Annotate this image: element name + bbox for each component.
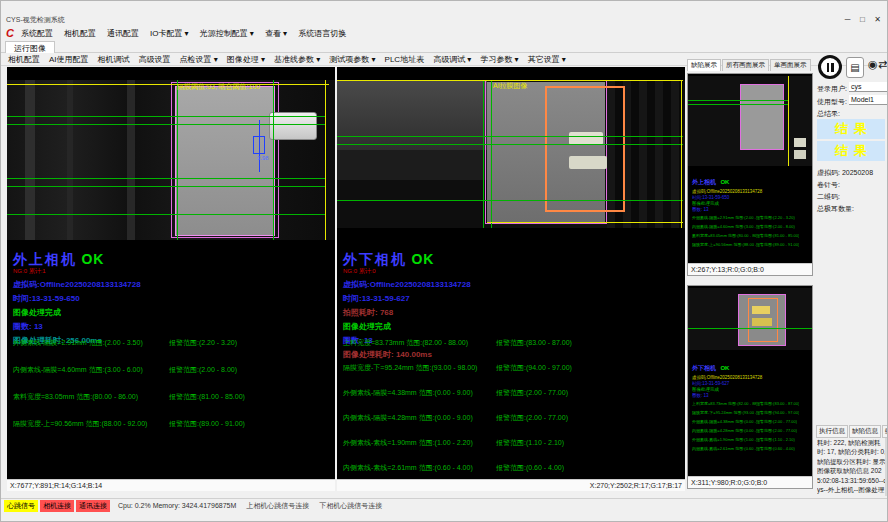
toolbar-button[interactable]: 学习参数 ▾ xyxy=(480,54,518,65)
alarm-range: 报警范围:(2.20 - 3.20) xyxy=(756,215,795,220)
alarm-range: 报警范围:(81.00 - 85.00) xyxy=(169,392,245,402)
minimize-icon[interactable]: ─ xyxy=(840,14,855,25)
toolbar-button[interactable]: 点检设置 ▾ xyxy=(180,54,218,65)
model-field[interactable]: Model1 xyxy=(849,95,887,105)
window-controls: ─ □ ✕ xyxy=(840,14,885,25)
measurement-row: 上料宽度=83.73mm 范围:(82.00 - 88.00) 报警范围:(83… xyxy=(343,338,683,348)
cpu-memory-text: Cpu: 0.2% Memory: 3424.41796875M xyxy=(118,502,236,509)
thumb-measurements: 外侧素线-隔膜=2.91mm 范围:(2.00 - 3.50) 报警范围:(2.… xyxy=(692,215,810,247)
toolbar-button[interactable]: 测试项参数 ▾ xyxy=(329,54,375,65)
measurement-value: 外侧素线-隔膜=2.91mm 范围:(2.00 - 3.50) xyxy=(692,215,756,220)
measurement-value: 素料宽度=83.05mm 范围:(80.00 - 86.00) xyxy=(692,233,756,238)
toolbar-button[interactable]: 相机配置 xyxy=(8,54,40,65)
machine-band xyxy=(127,80,135,240)
switch-icon[interactable]: ⇄ xyxy=(878,58,887,71)
toolbar-button[interactable]: 相机调试 xyxy=(98,54,130,65)
measurement-value: 内侧素线-隔膜=4.28mm 范围:(0.00 - 9.00) xyxy=(692,428,756,433)
toolbar-button[interactable]: 其它设置 ▾ xyxy=(528,54,566,65)
toolbar-button[interactable]: PLC地址表 xyxy=(385,54,425,65)
result-overlay-upper: 外上相机 OK NG:0 累计:1 虚拟码:Offline20250208133… xyxy=(13,250,333,346)
marker-value: 3.98 xyxy=(257,155,269,161)
record-icon[interactable]: ◉ xyxy=(868,58,878,71)
menu-item[interactable]: 系统语言切换 xyxy=(298,28,346,39)
machine-block xyxy=(337,80,487,150)
log-tab-exec[interactable]: 执行信息 xyxy=(816,425,848,438)
menu-item[interactable]: IO卡配置 ▾ xyxy=(150,28,189,39)
log-text: 耗时: 222, 缺陷检测耗时: 17, 缺陷分类耗时: 0, 缺陷提取分区耗时… xyxy=(817,438,887,496)
camera-name: 外上相机 xyxy=(692,179,716,185)
measurement-row: 外侧素线-隔膜=4.38mm 范围:(0.00 - 9.00) 报警范围:(2.… xyxy=(692,419,810,424)
alarm-range: 报警范围:(2.00 - 77.00) xyxy=(756,428,797,433)
measurement-row: 上料宽度=83.73mm 范围:(82.00 - 88.00) 报警范围:(83… xyxy=(692,401,810,406)
user-label: 登录用户: xyxy=(817,84,847,94)
maximize-icon[interactable]: □ xyxy=(855,14,870,25)
user-field[interactable]: cys xyxy=(849,82,887,92)
thumbnail-overlay-upper: 外上相机 OK 虚拟码:Offline20250208133134728 时间:… xyxy=(692,170,810,251)
film-region xyxy=(740,84,784,150)
barcode-line: 虚拟码:Offline20250208133134728 xyxy=(13,279,333,290)
menu-item[interactable]: 光源控制配置 ▾ xyxy=(200,28,254,39)
process-status: 图像处理完成 xyxy=(13,307,333,318)
machine-band xyxy=(67,80,73,240)
close-icon[interactable]: ✕ xyxy=(870,14,885,25)
thumbnail-image-lower[interactable] xyxy=(688,288,812,350)
result-text: 结果 xyxy=(829,142,873,160)
toolbar-button[interactable]: 图像处理 ▾ xyxy=(227,54,265,65)
time-line: 时间:13-31-59-650 xyxy=(13,293,333,304)
thumbnail-panel-upper[interactable]: 外上相机 OK 虚拟码:Offline20250208133134728 时间:… xyxy=(687,73,813,276)
camera-panel-lower[interactable]: AI拉膜图像 外下相机 OK NG:0 累计:0 虚拟码:Offline2025… xyxy=(337,67,685,491)
log-tab-defect[interactable]: 缺陷信息 xyxy=(849,425,881,438)
capture-button[interactable]: ▤ xyxy=(846,57,864,78)
measurement-list-upper: 外侧素线-隔膜=2.91mm 范围:(2.00 - 3.50) 报警范围:(2.… xyxy=(13,338,333,446)
photo-time: 拍照耗时: 768 xyxy=(343,307,683,318)
measurement-value: 内侧素线-素线=2.61mm 范围:(0.60 - 4.00) xyxy=(343,463,496,473)
camera-image-lower[interactable]: AI拉膜图像 xyxy=(337,80,685,228)
pixel-coord-bar-lower: X:270;Y:2502;R:17;G:17;B:17 xyxy=(337,479,685,491)
thumbnail-panel-lower[interactable]: 外下相机 OK 虚拟码:Offline20250208133134728 时间:… xyxy=(687,285,813,489)
measurement-value: 外侧素线-隔膜=2.91mm 范围:(2.00 - 3.50) xyxy=(13,338,169,348)
view-tab-bar: 运行图像 xyxy=(1,40,887,53)
camera-panel-upper[interactable]: 3.98 隔膜阈值:93, 啮合阈值:100 外上相机 OK NG:0 累计:1… xyxy=(7,67,335,491)
camera-link-badge: 相机连接 xyxy=(40,500,74,512)
result-box-upper: 结果 xyxy=(817,119,885,139)
menu-item[interactable]: 查看 ▾ xyxy=(265,28,287,39)
measurement-row: 隔膜宽度-下=95.24mm 范围:(93.00 - 98.00) 报警范围:(… xyxy=(692,410,810,415)
measurement-value: 隔膜宽度-下=95.24mm 范围:(93.00 - 98.00) xyxy=(343,363,496,373)
barcode-value: 20250208 xyxy=(842,169,873,176)
tab-run-image[interactable]: 运行图像 xyxy=(5,41,55,53)
thumb-tab-single-view[interactable]: 单画面展示 xyxy=(770,59,811,71)
log-tab-stats[interactable]: 统计信息 xyxy=(882,425,888,438)
thumb-tab-all-views[interactable]: 所有画面展示 xyxy=(722,59,769,71)
model-label: 使用型号: xyxy=(817,97,847,107)
toolbar-button[interactable]: 高级调试 ▾ xyxy=(433,54,471,65)
tab-highlight xyxy=(752,306,770,314)
thumb-tab-defect[interactable]: 缺陷展示 xyxy=(687,59,721,71)
menu-item[interactable]: 通讯配置 xyxy=(107,28,139,39)
measurement-row: 外侧素线-隔膜=2.91mm 范围:(2.00 - 3.50) 报警范围:(2.… xyxy=(13,338,333,348)
result-box-lower: 结果 xyxy=(817,141,885,161)
thumbnail-image-upper[interactable] xyxy=(688,76,812,166)
turn-count: 圈数: 13 xyxy=(13,321,333,332)
title-bar: CYS-视觉检测系统 ─ □ ✕ xyxy=(1,14,887,26)
measurement-value: 外侧素线-素线=1.90mm 范围:(1.00 - 2.20) xyxy=(343,438,496,448)
measurement-value: 内侧素线-隔膜=4.60mm 范围:(3.00 - 6.00) xyxy=(692,224,756,229)
menu-item[interactable]: 系统配置 xyxy=(21,28,53,39)
measurement-value: 隔膜宽度-上=90.56mm 范围:(88.00 - 92.00) xyxy=(13,419,169,429)
ng-counter: NG:0 累计:0 xyxy=(343,267,683,276)
camera-name: 外下相机 xyxy=(343,251,407,267)
pause-button[interactable] xyxy=(818,55,842,79)
ng-counter: NG:0 累计:1 xyxy=(13,267,333,276)
toolbar-button[interactable]: AI使用配置 xyxy=(49,54,89,65)
measurement-row: 外侧素线-素线=1.90mm 范围:(1.00 - 2.20) 报警范围:(1.… xyxy=(343,438,683,448)
menu-item[interactable]: 相机配置 xyxy=(64,28,96,39)
toolbar-button[interactable]: 高级设置 xyxy=(139,54,171,65)
camera-icon: ▤ xyxy=(850,62,859,73)
result-ok: OK xyxy=(720,365,729,371)
heartbeat-badge: 心跳信号 xyxy=(4,500,38,512)
camera-image-upper[interactable]: 3.98 隔膜阈值:93, 啮合阈值:100 xyxy=(7,80,335,240)
app-status-bar: 心跳信号 相机连接 通讯连接 Cpu: 0.2% Memory: 3424.41… xyxy=(1,498,887,512)
alarm-range: 报警范围:(2.00 - 8.00) xyxy=(756,224,795,229)
measurement-row: 内侧素线-素线=2.61mm 范围:(0.60 - 4.00) 报警范围:(0.… xyxy=(343,463,683,473)
comm-link-badge: 通讯连接 xyxy=(76,500,110,512)
toolbar-button[interactable]: 基准线参数 ▾ xyxy=(274,54,320,65)
